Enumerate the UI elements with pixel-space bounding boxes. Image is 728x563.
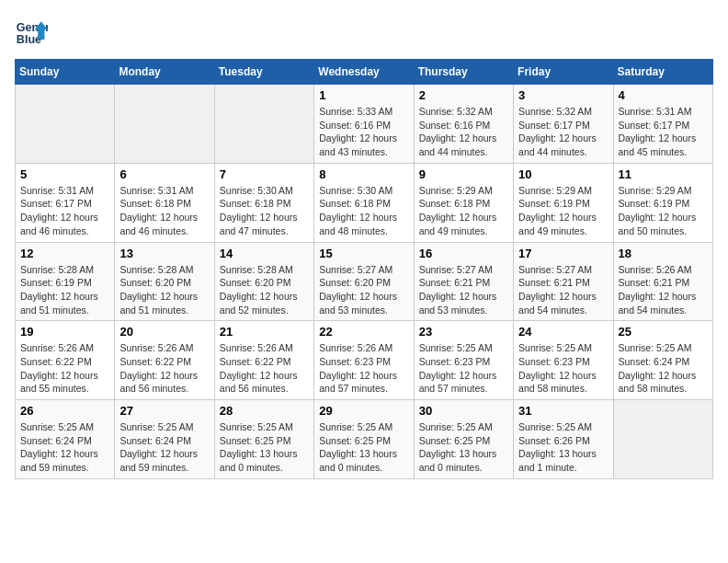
day-info: Sunrise: 5:28 AM Sunset: 6:20 PM Dayligh… xyxy=(220,263,309,317)
day-info: Sunrise: 5:25 AM Sunset: 6:23 PM Dayligh… xyxy=(518,341,608,396)
day-info: Sunrise: 5:26 AM Sunset: 6:22 PM Dayligh… xyxy=(220,341,309,396)
calendar-cell: 22Sunrise: 5:26 AM Sunset: 6:23 PM Dayli… xyxy=(314,321,414,400)
calendar-cell: 30Sunrise: 5:25 AM Sunset: 6:25 PM Dayli… xyxy=(414,400,513,479)
calendar-cell: 2Sunrise: 5:32 AM Sunset: 6:16 PM Daylig… xyxy=(414,85,513,164)
day-info: Sunrise: 5:28 AM Sunset: 6:20 PM Dayligh… xyxy=(119,263,209,317)
day-info: Sunrise: 5:31 AM Sunset: 6:18 PM Dayligh… xyxy=(119,184,209,238)
calendar-cell: 27Sunrise: 5:25 AM Sunset: 6:24 PM Dayli… xyxy=(115,400,214,479)
day-info: Sunrise: 5:25 AM Sunset: 6:25 PM Dayligh… xyxy=(319,420,408,475)
day-info: Sunrise: 5:28 AM Sunset: 6:19 PM Dayligh… xyxy=(20,263,109,317)
calendar-cell: 5Sunrise: 5:31 AM Sunset: 6:17 PM Daylig… xyxy=(16,163,115,242)
calendar-cell: 19Sunrise: 5:26 AM Sunset: 6:22 PM Dayli… xyxy=(16,321,115,400)
calendar-cell: 23Sunrise: 5:25 AM Sunset: 6:23 PM Dayli… xyxy=(414,321,513,400)
calendar-week-row: 26Sunrise: 5:25 AM Sunset: 6:24 PM Dayli… xyxy=(16,400,713,479)
calendar-cell xyxy=(115,85,214,164)
day-info: Sunrise: 5:32 AM Sunset: 6:17 PM Dayligh… xyxy=(518,105,608,159)
calendar-cell: 17Sunrise: 5:27 AM Sunset: 6:21 PM Dayli… xyxy=(514,242,613,321)
day-info: Sunrise: 5:25 AM Sunset: 6:24 PM Dayligh… xyxy=(20,420,109,475)
day-info: Sunrise: 5:31 AM Sunset: 6:17 PM Dayligh… xyxy=(20,184,109,238)
day-number: 27 xyxy=(119,404,209,418)
day-info: Sunrise: 5:27 AM Sunset: 6:20 PM Dayligh… xyxy=(319,263,408,317)
day-number: 10 xyxy=(518,167,608,181)
day-number: 31 xyxy=(518,404,608,418)
calendar-cell xyxy=(214,85,313,164)
calendar-cell: 25Sunrise: 5:25 AM Sunset: 6:24 PM Dayli… xyxy=(613,321,712,400)
day-info: Sunrise: 5:29 AM Sunset: 6:18 PM Dayligh… xyxy=(419,184,508,238)
day-number: 4 xyxy=(619,88,708,102)
calendar-cell: 31Sunrise: 5:25 AM Sunset: 6:26 PM Dayli… xyxy=(514,400,613,479)
weekday-header-saturday: Saturday xyxy=(613,60,712,85)
day-number: 21 xyxy=(220,325,309,339)
calendar-cell: 26Sunrise: 5:25 AM Sunset: 6:24 PM Dayli… xyxy=(16,400,115,479)
day-number: 24 xyxy=(518,325,608,339)
day-number: 3 xyxy=(518,88,608,102)
weekday-header-sunday: Sunday xyxy=(16,60,115,85)
day-number: 23 xyxy=(419,325,508,339)
day-number: 30 xyxy=(419,404,508,418)
day-number: 1 xyxy=(319,88,408,102)
calendar-cell xyxy=(16,85,115,164)
day-number: 29 xyxy=(319,404,408,418)
calendar-cell: 3Sunrise: 5:32 AM Sunset: 6:17 PM Daylig… xyxy=(514,85,613,164)
day-number: 22 xyxy=(319,325,408,339)
day-number: 11 xyxy=(619,167,708,181)
weekday-header-thursday: Thursday xyxy=(414,60,513,85)
day-info: Sunrise: 5:27 AM Sunset: 6:21 PM Dayligh… xyxy=(518,263,608,317)
calendar-cell xyxy=(613,400,712,479)
day-number: 2 xyxy=(419,88,508,102)
day-info: Sunrise: 5:25 AM Sunset: 6:25 PM Dayligh… xyxy=(419,420,508,475)
weekday-header-wednesday: Wednesday xyxy=(314,60,414,85)
day-info: Sunrise: 5:25 AM Sunset: 6:23 PM Dayligh… xyxy=(419,341,508,396)
calendar-cell: 29Sunrise: 5:25 AM Sunset: 6:25 PM Dayli… xyxy=(314,400,414,479)
page-header: General Blue xyxy=(15,15,713,48)
day-number: 19 xyxy=(20,325,109,339)
day-number: 26 xyxy=(20,404,109,418)
day-number: 18 xyxy=(619,247,708,260)
day-number: 28 xyxy=(220,404,309,418)
day-number: 5 xyxy=(20,167,109,181)
calendar-cell: 18Sunrise: 5:26 AM Sunset: 6:21 PM Dayli… xyxy=(613,242,712,321)
calendar-cell: 11Sunrise: 5:29 AM Sunset: 6:19 PM Dayli… xyxy=(613,163,712,242)
day-number: 13 xyxy=(119,247,209,260)
weekday-header-friday: Friday xyxy=(514,60,613,85)
day-number: 7 xyxy=(220,167,309,181)
day-number: 20 xyxy=(119,325,209,339)
calendar-cell: 12Sunrise: 5:28 AM Sunset: 6:19 PM Dayli… xyxy=(16,242,115,321)
calendar-cell: 10Sunrise: 5:29 AM Sunset: 6:19 PM Dayli… xyxy=(514,163,613,242)
day-info: Sunrise: 5:25 AM Sunset: 6:25 PM Dayligh… xyxy=(220,420,309,475)
calendar-cell: 14Sunrise: 5:28 AM Sunset: 6:20 PM Dayli… xyxy=(214,242,313,321)
day-info: Sunrise: 5:26 AM Sunset: 6:22 PM Dayligh… xyxy=(20,341,109,396)
day-info: Sunrise: 5:25 AM Sunset: 6:24 PM Dayligh… xyxy=(619,341,708,396)
day-info: Sunrise: 5:26 AM Sunset: 6:23 PM Dayligh… xyxy=(319,341,408,396)
weekday-header-monday: Monday xyxy=(115,60,214,85)
day-info: Sunrise: 5:26 AM Sunset: 6:21 PM Dayligh… xyxy=(619,263,708,317)
day-number: 8 xyxy=(319,167,408,181)
day-info: Sunrise: 5:31 AM Sunset: 6:17 PM Dayligh… xyxy=(619,105,708,159)
day-info: Sunrise: 5:29 AM Sunset: 6:19 PM Dayligh… xyxy=(518,184,608,238)
day-info: Sunrise: 5:30 AM Sunset: 6:18 PM Dayligh… xyxy=(220,184,309,238)
day-number: 9 xyxy=(419,167,508,181)
calendar-cell: 21Sunrise: 5:26 AM Sunset: 6:22 PM Dayli… xyxy=(214,321,313,400)
calendar-header-row: SundayMondayTuesdayWednesdayThursdayFrid… xyxy=(16,60,713,85)
day-number: 6 xyxy=(119,167,209,181)
weekday-header-tuesday: Tuesday xyxy=(214,60,313,85)
calendar-week-row: 1Sunrise: 5:33 AM Sunset: 6:16 PM Daylig… xyxy=(16,85,713,164)
calendar-week-row: 5Sunrise: 5:31 AM Sunset: 6:17 PM Daylig… xyxy=(16,163,713,242)
calendar-cell: 7Sunrise: 5:30 AM Sunset: 6:18 PM Daylig… xyxy=(214,163,313,242)
day-number: 16 xyxy=(419,247,508,260)
calendar-cell: 15Sunrise: 5:27 AM Sunset: 6:20 PM Dayli… xyxy=(314,242,414,321)
day-info: Sunrise: 5:29 AM Sunset: 6:19 PM Dayligh… xyxy=(619,184,708,238)
logo-icon: General Blue xyxy=(15,15,48,48)
logo: General Blue xyxy=(15,15,51,48)
day-info: Sunrise: 5:27 AM Sunset: 6:21 PM Dayligh… xyxy=(419,263,508,317)
calendar-cell: 16Sunrise: 5:27 AM Sunset: 6:21 PM Dayli… xyxy=(414,242,513,321)
day-info: Sunrise: 5:25 AM Sunset: 6:26 PM Dayligh… xyxy=(518,420,608,475)
svg-text:Blue: Blue xyxy=(17,33,41,46)
calendar-cell: 4Sunrise: 5:31 AM Sunset: 6:17 PM Daylig… xyxy=(613,85,712,164)
day-info: Sunrise: 5:32 AM Sunset: 6:16 PM Dayligh… xyxy=(419,105,508,159)
day-info: Sunrise: 5:25 AM Sunset: 6:24 PM Dayligh… xyxy=(119,420,209,475)
calendar-week-row: 19Sunrise: 5:26 AM Sunset: 6:22 PM Dayli… xyxy=(16,321,713,400)
calendar-cell: 6Sunrise: 5:31 AM Sunset: 6:18 PM Daylig… xyxy=(115,163,214,242)
calendar-cell: 24Sunrise: 5:25 AM Sunset: 6:23 PM Dayli… xyxy=(514,321,613,400)
calendar-week-row: 12Sunrise: 5:28 AM Sunset: 6:19 PM Dayli… xyxy=(16,242,713,321)
